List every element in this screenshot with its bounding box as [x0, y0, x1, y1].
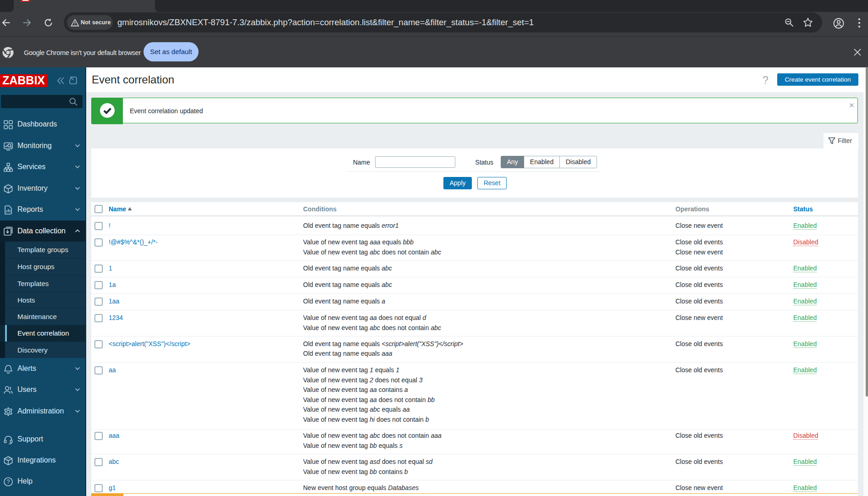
svg-text:?: ?	[7, 479, 10, 485]
